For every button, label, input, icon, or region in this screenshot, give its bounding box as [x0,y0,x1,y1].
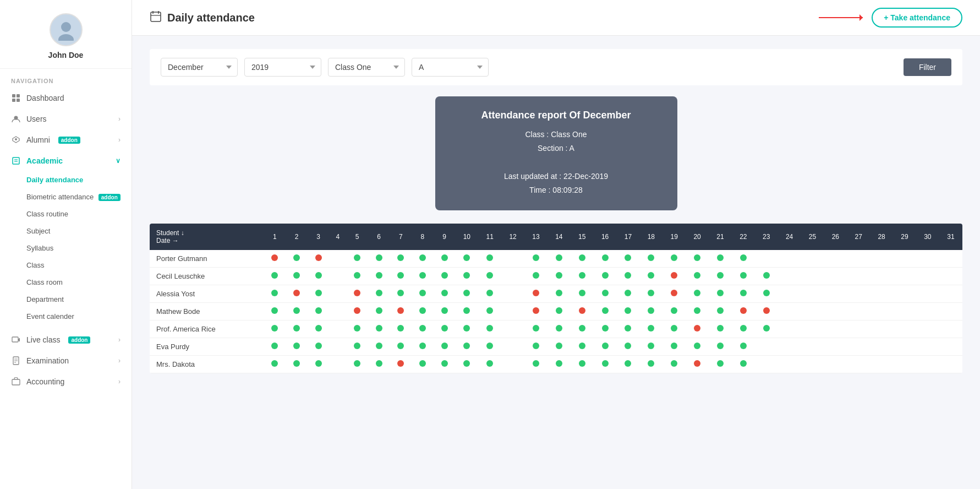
attendance-cell-5-day-3 [308,338,330,355]
present-dot [271,307,278,314]
day-header-11: 11 [478,224,501,250]
present-dot [740,343,747,349]
sidebar-sub-biometric-attendance[interactable]: Biometric attendance addon [0,188,132,205]
student-name-4: Prof. America Rice [150,320,264,338]
sidebar-sub-daily-attendance[interactable]: Daily attendance [0,171,132,188]
attendance-cell-0-day-28 [870,250,893,268]
attendance-cell-1-day-18 [639,267,663,285]
sidebar-item-users[interactable]: Users › [0,108,132,129]
attendance-cell-0-day-19 [663,250,686,268]
profile-section: John Doe [0,0,132,69]
attendance-table-container: Student ↓Date → 1 2 3 4 5 6 7 8 9 10 11 … [150,224,962,373]
absent-dot [671,290,677,296]
present-dot [441,325,448,332]
attendance-cell-0-day-6 [368,250,390,268]
attendance-cell-4-day-22 [732,320,755,338]
present-dot [579,272,585,279]
present-dot [648,343,654,349]
attendance-cell-4-day-31 [939,320,962,338]
sub-label-class-routine: Class routine [26,210,68,218]
present-dot [441,360,448,367]
day-header-20: 20 [686,224,709,250]
attendance-cell-1-day-5 [346,267,368,285]
attendance-cell-6-day-2 [286,355,308,373]
page-title-wrapper: Daily attendance [150,10,255,25]
svg-rect-17 [151,12,161,21]
attendance-cell-5-day-11 [478,338,501,355]
day-header-31: 31 [939,224,962,250]
attendance-cell-3-day-8 [412,302,434,320]
present-dot [463,343,470,349]
present-dot [376,254,382,261]
sub-label-class-room: Class room [26,278,63,286]
attendance-cell-3-day-7 [390,302,412,320]
present-dot [763,325,770,332]
attendance-cell-4-day-9 [434,320,456,338]
attendance-cell-2-day-26 [824,285,847,302]
sidebar-item-accounting[interactable]: Accounting › [0,371,132,392]
attendance-cell-4-day-13 [524,320,548,338]
filter-button[interactable]: Filter [904,58,951,76]
sidebar-sub-class-routine[interactable]: Class routine [0,205,132,222]
sidebar-sub-class-room[interactable]: Class room [0,274,132,291]
sidebar-sub-event-calender[interactable]: Event calender [0,308,132,325]
month-select[interactable]: December January February March November [161,58,238,77]
day-header-22: 22 [732,224,755,250]
info-card-title: Attendance report Of December [453,110,660,121]
present-dot [376,272,382,279]
day-header-19: 19 [663,224,686,250]
attendance-cell-5-day-1 [264,338,286,355]
page-header: Daily attendance + Take attendance [132,0,980,36]
present-dot [648,272,654,279]
present-dot [579,254,585,261]
day-header-2: 2 [286,224,308,250]
attendance-cell-1-day-26 [824,267,847,285]
attendance-cell-2-day-2 [286,285,308,302]
sidebar-sub-syllabus[interactable]: Syllabus [0,240,132,257]
present-dot [602,254,609,261]
attendance-cell-6-day-25 [801,355,824,373]
sidebar-item-academic[interactable]: Academic ∨ [0,150,132,171]
take-attendance-button[interactable]: + Take attendance [872,8,962,28]
attendance-cell-6-day-23 [755,355,778,373]
attendance-cell-5-day-19 [663,338,686,355]
present-dot [376,343,382,349]
attendance-cell-0-day-21 [709,250,732,268]
table-row: Eva Purdy [150,338,962,355]
sidebar-item-dashboard[interactable]: Dashboard [0,88,132,108]
present-dot [376,325,382,332]
day-header-1: 1 [264,224,286,250]
attendance-cell-3-day-19 [663,302,686,320]
attendance-cell-5-day-8 [412,338,434,355]
section-select[interactable]: A B C [412,58,489,77]
present-dot [315,360,322,367]
attendance-cell-1-day-24 [778,267,801,285]
arrow-line [819,17,863,18]
attendance-cell-3-day-25 [801,302,824,320]
sidebar-item-examination[interactable]: Examination › [0,350,132,371]
sidebar-item-alumni[interactable]: Alumni addon › [0,129,132,150]
sidebar-item-live-class[interactable]: Live class addon › [0,329,132,350]
attendance-cell-1-day-31 [939,267,962,285]
table-header-row: Student ↓Date → 1 2 3 4 5 6 7 8 9 10 11 … [150,224,962,250]
sidebar-sub-subject[interactable]: Subject [0,222,132,240]
sidebar-sub-department[interactable]: Department [0,291,132,308]
attendance-cell-4-day-30 [916,320,939,338]
sub-label-class: Class [26,261,45,269]
present-dot [648,360,654,367]
attendance-cell-2-day-15 [571,285,594,302]
attendance-cell-2-day-21 [709,285,732,302]
present-dot [579,325,585,332]
class-select[interactable]: Class One Class Two Class Three [328,58,405,77]
present-dot [293,343,300,349]
attendance-cell-3-day-15 [571,302,594,320]
year-select[interactable]: 2019 2018 2020 [244,58,321,77]
attendance-cell-4-day-14 [548,320,571,338]
chevron-down-academic-icon: ∨ [116,157,121,165]
nav-label: NAVIGATION [0,69,132,88]
absent-dot [533,307,539,314]
absent-dot [740,307,747,314]
present-dot [271,290,278,296]
sidebar-sub-class[interactable]: Class [0,257,132,274]
attendance-cell-0-day-27 [847,250,870,268]
